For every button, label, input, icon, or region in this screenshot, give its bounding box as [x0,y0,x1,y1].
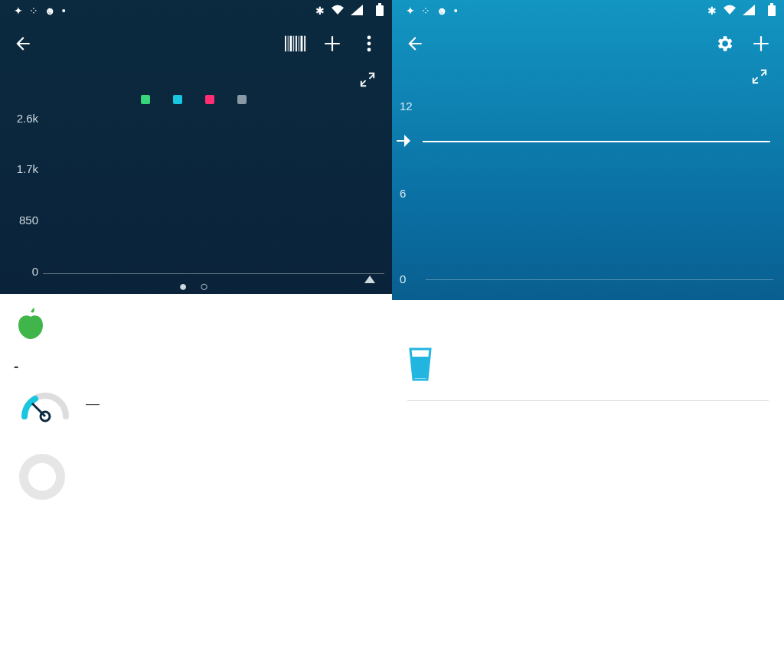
water-header [392,21,784,66]
macro-ring-icon [18,453,66,501]
dot-icon: • [454,5,458,17]
barcode-icon[interactable] [285,33,306,54]
status-bar-food: ✦ ⁘ ☻ • ✱ [0,0,392,21]
svg-rect-1 [378,3,381,5]
svg-rect-16 [768,5,776,16]
wifi-icon [723,5,737,18]
food-legend [0,95,392,104]
status-bar-water: ✦ ⁘ ☻ • ✱ [392,0,784,21]
svg-rect-9 [304,36,305,52]
more-icon[interactable] [358,33,380,54]
svg-point-11 [368,42,371,46]
face-icon: ☻ [436,5,448,17]
battery-icon [375,3,384,19]
svg-rect-3 [288,36,289,52]
add-icon[interactable] [750,33,772,54]
food-bar-chart[interactable]: 2.6k 1.7k 850 0 [0,110,392,309]
fitbit-icon: ✦ [406,5,415,17]
fitbit-icon: ✦ [14,5,23,17]
svg-rect-4 [290,36,292,52]
svg-rect-2 [285,36,286,52]
svg-rect-7 [299,36,299,52]
dots-icon: ⁘ [29,5,38,17]
battery-icon [767,3,776,19]
svg-point-12 [368,48,371,52]
glass-icon [407,347,433,385]
food-header [0,21,392,66]
svg-rect-0 [376,5,384,16]
svg-rect-6 [296,36,297,52]
today-marker-icon [364,276,375,283]
svg-point-15 [24,458,60,495]
svg-point-10 [368,36,371,40]
apple-icon [14,308,47,341]
budget-summary-text: — [86,394,100,413]
settings-icon[interactable] [714,33,735,54]
signal-icon [351,5,363,18]
svg-rect-8 [301,36,303,52]
back-icon[interactable] [404,33,426,54]
water-bar-chart[interactable]: 12 6 0 [392,98,784,300]
expand-icon[interactable] [749,66,770,87]
svg-line-14 [32,403,45,416]
face-icon: ☻ [44,5,56,17]
wifi-icon [331,5,345,18]
bluetooth-icon: ✱ [707,5,717,17]
svg-rect-17 [770,3,773,5]
signal-icon [743,5,755,18]
water-today-line [407,347,769,401]
bluetooth-icon: ✱ [315,5,325,17]
expand-icon[interactable] [357,69,378,90]
dots-icon: ⁘ [421,5,430,17]
back-icon[interactable] [12,33,34,54]
dot-icon: • [62,5,66,17]
add-icon[interactable] [322,33,343,54]
svg-rect-5 [293,36,294,52]
water-thu-line [407,401,769,413]
week-day-header [392,87,784,98]
budget-gauge-icon [18,386,72,422]
goal-marker [397,140,404,142]
